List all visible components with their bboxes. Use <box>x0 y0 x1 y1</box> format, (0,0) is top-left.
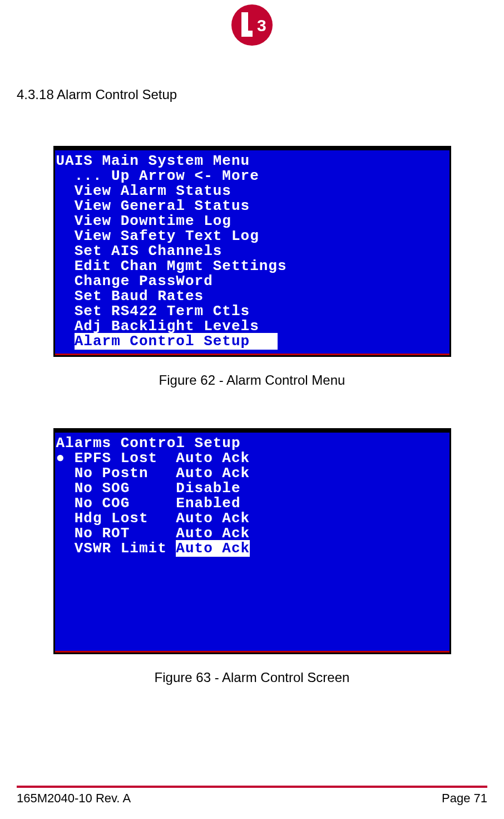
alarm-row[interactable]: VSWR Limit Auto Ack <box>56 541 448 556</box>
l3-logo-icon: 3 <box>231 4 273 46</box>
menu-item[interactable]: View General Status <box>56 199 448 214</box>
footer-page-number: Page 71 <box>442 791 487 806</box>
alarm-row[interactable]: Hdg Lost Auto Ack <box>56 511 448 526</box>
page-footer: 165M2040-10 Rev. A Page 71 <box>17 786 487 806</box>
section-heading: 4.3.18 Alarm Control Setup <box>17 87 487 102</box>
menu-item[interactable]: Set AIS Channels <box>56 244 448 259</box>
figure-63-caption: Figure 63 - Alarm Control Screen <box>17 670 487 685</box>
logo-number: 3 <box>257 16 266 35</box>
terminal-screenshot-menu: UAIS Main System Menu ... Up Arrow <- Mo… <box>53 146 451 357</box>
figure-62-caption: Figure 62 - Alarm Control Menu <box>17 372 487 388</box>
menu-item[interactable]: Change PassWord <box>56 274 448 289</box>
menu-nav-hint: ... Up Arrow <- More <box>56 169 448 184</box>
menu-item[interactable]: Set Baud Rates <box>56 289 448 304</box>
header-logo-wrap: 3 <box>17 0 487 48</box>
menu-item[interactable]: Edit Chan Mgmt Settings <box>56 259 448 274</box>
alarm-row[interactable]: No Postn Auto Ack <box>56 466 448 481</box>
menu-item[interactable]: Set RS422 Term Ctls <box>56 304 448 319</box>
alarm-row[interactable]: ● EPFS Lost Auto Ack <box>56 451 448 466</box>
menu-item[interactable]: View Alarm Status <box>56 184 448 199</box>
menu-item[interactable]: Adj Backlight Levels <box>56 319 448 334</box>
footer-doc-id: 165M2040-10 Rev. A <box>17 791 131 806</box>
menu-item[interactable]: View Safety Text Log <box>56 229 448 244</box>
alarm-row[interactable]: No ROT Auto Ack <box>56 526 448 541</box>
menu-item[interactable]: View Downtime Log <box>56 214 448 229</box>
alarm-row[interactable]: No SOG Disable <box>56 481 448 496</box>
terminal-screenshot-alarm-control: Alarms Control Setup● EPFS Lost Auto Ack… <box>53 428 451 654</box>
menu-title: UAIS Main System Menu <box>56 154 448 169</box>
alarm-screen-title: Alarms Control Setup <box>56 436 448 451</box>
footer-rule <box>17 786 487 788</box>
alarm-row[interactable]: No COG Enabled <box>56 496 448 511</box>
menu-item-selected[interactable]: Alarm Control Setup <box>56 334 448 349</box>
